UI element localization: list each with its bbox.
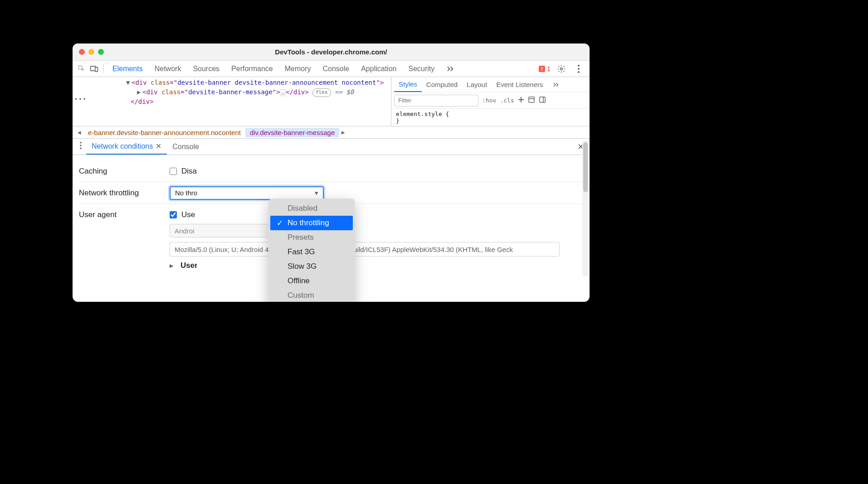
tab-elements[interactable]: Elements: [107, 61, 149, 77]
code-line-1[interactable]: ▼<div class="devsite-banner devsite-bann…: [73, 78, 391, 87]
use-browser-default-checkbox[interactable]: [170, 211, 177, 218]
inspect-element-icon[interactable]: [75, 63, 88, 75]
window-maximize-button[interactable]: [98, 49, 104, 55]
window-close-button[interactable]: [79, 49, 85, 55]
disable-cache-label: Disa: [181, 167, 200, 176]
window-minimize-button[interactable]: [88, 49, 94, 55]
main-tabs: Elements Network Sources Performance Mem…: [107, 61, 460, 77]
hov-toggle[interactable]: :hov: [482, 97, 496, 104]
styles-filter-row: :hov .cls: [391, 92, 590, 109]
tab-network[interactable]: Network: [149, 61, 187, 77]
dropdown-item-fast-3g[interactable]: Fast 3G: [268, 245, 355, 259]
dropdown-header-disabled: Disabled: [268, 201, 355, 216]
dropdown-item-offline[interactable]: Offline: [268, 274, 355, 288]
error-icon: !: [539, 66, 545, 72]
drawer-tabs: Network conditions ✕ Console ✕: [73, 139, 590, 155]
styles-tabs-overflow-icon[interactable]: [548, 77, 564, 92]
throttling-label: Network throttling: [79, 189, 170, 198]
user-agent-string-input[interactable]: [170, 242, 560, 257]
ua-preset-value-left: Androi: [175, 227, 199, 235]
tab-memory[interactable]: Memory: [279, 61, 317, 77]
toolbar-right: ! 1: [539, 63, 590, 75]
window-title: DevTools - developer.chrome.com/: [73, 48, 590, 56]
svg-point-10: [80, 145, 82, 146]
tab-console[interactable]: Console: [317, 61, 355, 77]
caching-row: Caching Disa: [79, 160, 583, 182]
svg-rect-7: [529, 97, 534, 102]
devtools-window: DevTools - developer.chrome.com/ Element…: [73, 44, 590, 302]
use-browser-default-label: Use: [181, 210, 195, 219]
disable-cache-checkbox[interactable]: [170, 168, 177, 175]
expand-triangle-icon[interactable]: ▶: [137, 87, 142, 97]
svg-point-5: [578, 68, 580, 70]
ellipsis-expand-icon[interactable]: …: [280, 89, 286, 96]
more-menu-icon[interactable]: [572, 63, 585, 75]
new-style-rule-icon[interactable]: [518, 97, 524, 104]
window-titlebar: DevTools - developer.chrome.com/: [73, 44, 590, 61]
dropdown-item-slow-3g[interactable]: Slow 3G: [268, 259, 355, 274]
error-count: 1: [547, 65, 551, 73]
main-panels: ••• ▼<div class="devsite-banner devsite-…: [73, 77, 590, 126]
chevron-down-icon: ▾: [315, 189, 318, 197]
tab-application[interactable]: Application: [355, 61, 402, 77]
user-agent-label: User agent: [79, 210, 170, 219]
error-count-badge[interactable]: ! 1: [539, 65, 551, 73]
dropdown-item-no-throttling[interactable]: ✓ No throttling: [270, 216, 353, 230]
breadcrumb-segment-1[interactable]: e-banner.devsite-banner-announcement.noc…: [83, 128, 245, 137]
selected-line-marker: •••: [74, 95, 87, 103]
styles-rules[interactable]: element.style { }: [391, 109, 590, 126]
styles-tab-layout[interactable]: Layout: [462, 77, 492, 92]
dropdown-header-custom: Custom: [268, 288, 355, 302]
svg-rect-8: [540, 97, 545, 102]
computed-styles-icon[interactable]: [528, 96, 535, 105]
drawer-tab-label: Network conditions: [92, 142, 153, 150]
rule-open: element.style {: [396, 111, 585, 117]
close-tab-icon[interactable]: ✕: [156, 142, 161, 150]
throttling-dropdown: Disabled ✓ No throttling Presets Fast 3G…: [268, 198, 355, 302]
cls-toggle[interactable]: .cls: [500, 97, 514, 104]
styles-tab-styles[interactable]: Styles: [394, 77, 422, 92]
tab-security[interactable]: Security: [402, 61, 440, 77]
throttling-select-value: No thro: [175, 189, 202, 197]
code-line-2[interactable]: ▶<div class="devsite-banner-message">…</…: [73, 87, 391, 97]
svg-point-4: [578, 65, 580, 67]
checkmark-icon: ✓: [277, 218, 283, 228]
client-hints-label[interactable]: User: [180, 261, 197, 270]
selected-var: == $0: [335, 88, 354, 96]
tab-performance[interactable]: Performance: [225, 61, 279, 77]
dropdown-item-label: No throttling: [288, 218, 329, 227]
svg-rect-0: [78, 66, 82, 69]
svg-point-3: [561, 68, 563, 70]
styles-tab-computed[interactable]: Computed: [422, 77, 462, 92]
collapse-triangle-icon[interactable]: ▼: [126, 78, 132, 87]
throttling-select[interactable]: No thro ▾: [170, 186, 324, 200]
tab-sources[interactable]: Sources: [187, 61, 225, 77]
rule-close: }: [396, 117, 585, 124]
device-toolbar-icon[interactable]: [88, 63, 101, 75]
svg-point-9: [80, 142, 82, 144]
scrollbar-thumb[interactable]: [583, 142, 588, 192]
styles-filter-input[interactable]: [394, 95, 478, 106]
tabs-overflow-icon[interactable]: [440, 61, 460, 77]
svg-point-11: [80, 147, 82, 149]
drawer-scrollbar[interactable]: [582, 140, 589, 276]
styles-tabs: Styles Computed Layout Event Listeners: [391, 77, 590, 92]
toggle-sidebar-icon[interactable]: [539, 96, 546, 105]
flex-badge[interactable]: flex: [312, 88, 331, 97]
dropdown-header-presets: Presets: [268, 230, 355, 245]
elements-breadcrumb: ◂ e-banner.devsite-banner-announcement.n…: [73, 126, 590, 139]
devtools-toolbar: Elements Network Sources Performance Mem…: [73, 61, 590, 77]
styles-tab-event-listeners[interactable]: Event Listeners: [492, 77, 547, 92]
breadcrumb-segment-2[interactable]: div.devsite-banner-message: [245, 128, 339, 137]
drawer-tab-network-conditions[interactable]: Network conditions ✕: [86, 139, 167, 155]
settings-gear-icon[interactable]: [555, 63, 568, 75]
breadcrumb-next-icon[interactable]: ▸: [339, 128, 347, 136]
styles-panel: Styles Computed Layout Event Listeners :…: [391, 77, 590, 126]
breadcrumb-prev-icon[interactable]: ◂: [75, 128, 83, 136]
toolbar-separator: [103, 64, 104, 74]
expand-triangle-icon[interactable]: ▶: [170, 263, 173, 269]
elements-tree[interactable]: ••• ▼<div class="devsite-banner devsite-…: [73, 77, 391, 126]
drawer-tab-console[interactable]: Console: [167, 139, 205, 155]
drawer-more-icon[interactable]: [75, 142, 86, 151]
code-line-3[interactable]: </div>: [73, 97, 391, 106]
